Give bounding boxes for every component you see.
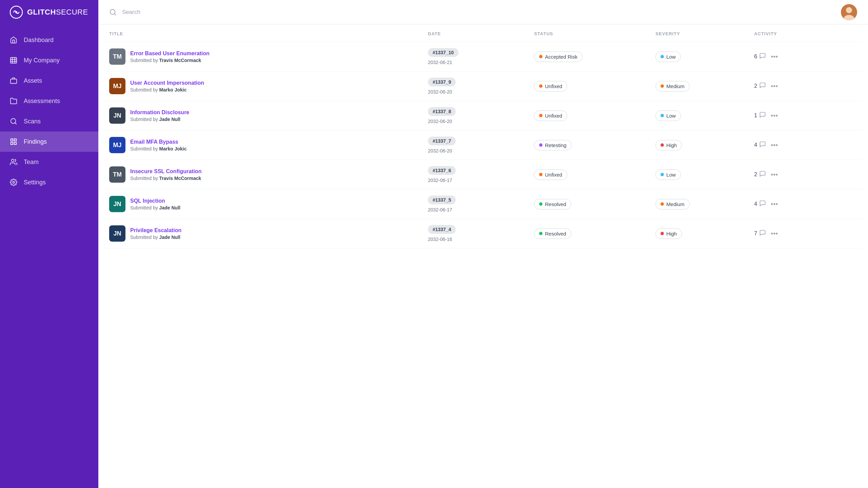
finding-date-cell: #1337_5 2032-06-17	[422, 189, 529, 219]
comment-icon	[759, 170, 766, 179]
finding-activity-cell: 4 •••	[749, 189, 863, 219]
avatar-placeholder: TM	[109, 166, 125, 183]
finding-date-cell: #1337_9 2032-06-20	[422, 72, 529, 101]
sidebar-item-team[interactable]: Team	[0, 152, 98, 172]
sidebar-item-assets[interactable]: Assets	[0, 70, 98, 91]
more-options-button[interactable]: •••	[768, 228, 781, 239]
svg-point-1	[15, 11, 17, 13]
date-value: 2032-06-16	[428, 237, 523, 242]
finding-title[interactable]: User Account Impersonation	[130, 80, 204, 86]
activity-count: 1	[754, 113, 757, 119]
sidebar-item-my-company[interactable]: My Company	[0, 50, 98, 70]
finding-row-inner: TM Insecure SSL Configuration Submitted …	[109, 166, 417, 183]
finding-title[interactable]: Privilege Escalation	[130, 227, 181, 233]
finding-info: Information Disclosure Submitted by Jade…	[130, 109, 189, 122]
ticket-badge[interactable]: #1337_8	[428, 107, 456, 116]
col-header-activity: ACTIVITY	[749, 24, 863, 42]
ellipsis-icon: •••	[771, 112, 778, 120]
finding-submitter: Submitted by Marko Jokic	[130, 146, 187, 151]
ticket-badge[interactable]: #1337_9	[428, 78, 456, 86]
activity-cell: 4 •••	[754, 140, 857, 150]
home-icon	[9, 36, 18, 44]
finding-status-cell: Retesting	[529, 130, 650, 160]
avatar-placeholder: MJ	[109, 137, 125, 153]
severity-label: Medium	[666, 83, 684, 89]
findings-table-body: TM Error Based User Enumeration Submitte…	[104, 42, 863, 248]
table-row: JN SQL Injection Submitted by Jade Null …	[104, 189, 863, 219]
svg-rect-13	[14, 142, 16, 144]
sidebar-item-findings[interactable]: Findings	[0, 131, 98, 152]
svg-rect-10	[11, 139, 13, 141]
finding-row-inner: MJ User Account Impersonation Submitted …	[109, 78, 417, 94]
avatar-placeholder: MJ	[109, 78, 125, 94]
briefcase-icon	[9, 77, 18, 85]
avatar-placeholder: JN	[109, 225, 125, 242]
status-badge: Accepted Risk	[534, 52, 583, 62]
finding-severity-cell: Low	[650, 160, 749, 189]
severity-badge: Medium	[655, 199, 689, 209]
svg-rect-2	[11, 58, 17, 63]
table-row: JN Information Disclosure Submitted by J…	[104, 101, 863, 130]
finding-submitter: Submitted by Jade Null	[130, 235, 181, 240]
date-value: 2032-06-20	[428, 119, 523, 124]
user-avatar[interactable]	[841, 4, 857, 20]
ticket-badge[interactable]: #1337_6	[428, 166, 456, 175]
sidebar-item-dashboard[interactable]: Dashboard	[0, 30, 98, 50]
more-options-button[interactable]: •••	[768, 169, 781, 180]
severity-label: Low	[666, 172, 676, 178]
severity-label: Low	[666, 54, 676, 60]
more-options-button[interactable]: •••	[768, 110, 781, 121]
finding-title[interactable]: Information Disclosure	[130, 109, 189, 116]
finding-status-cell: Resolved	[529, 219, 650, 248]
status-label: Retesting	[545, 142, 566, 148]
avatar-placeholder: JN	[109, 196, 125, 212]
ticket-badge[interactable]: #1337_10	[428, 48, 458, 57]
sidebar-item-scans[interactable]: Scans	[0, 111, 98, 131]
activity-count: 4	[754, 142, 757, 148]
finding-severity-cell: Medium	[650, 72, 749, 101]
status-badge: Retesting	[534, 140, 571, 150]
status-label: Unfixed	[545, 83, 562, 89]
finding-date-cell: #1337_7 2032-06-20	[422, 130, 529, 160]
ellipsis-icon: •••	[771, 171, 778, 179]
finding-avatar: JN	[109, 196, 125, 212]
sidebar-item-assessments[interactable]: Assessments	[0, 91, 98, 111]
sidebar-item-settings[interactable]: Settings	[0, 172, 98, 192]
ticket-badge[interactable]: #1337_4	[428, 225, 456, 234]
severity-badge: Low	[655, 169, 681, 180]
findings-content: TITLE DATE STATUS SEVERITY ACTIVITY TM E…	[98, 24, 868, 488]
sidebar-item-label: Assessments	[24, 98, 60, 105]
finding-severity-cell: High	[650, 130, 749, 160]
ellipsis-icon: •••	[771, 141, 778, 149]
ticket-badge[interactable]: #1337_5	[428, 196, 456, 204]
severity-dot	[660, 114, 664, 117]
ticket-badge[interactable]: #1337_7	[428, 137, 456, 145]
date-value: 2032-06-17	[428, 178, 523, 183]
finding-submitter: Submitted by Marko Jokic	[130, 87, 204, 93]
more-options-button[interactable]: •••	[768, 140, 781, 150]
search-input[interactable]	[122, 9, 476, 16]
severity-badge: High	[655, 140, 682, 150]
severity-badge: Low	[655, 110, 681, 121]
logo-icon	[9, 5, 23, 19]
severity-label: Medium	[666, 201, 684, 207]
activity-cell: 1 •••	[754, 110, 857, 121]
finding-title[interactable]: Error Based User Enumeration	[130, 50, 210, 57]
scan-search-icon	[9, 117, 18, 125]
severity-badge: High	[655, 228, 682, 239]
logo: GLITCHSECURE	[0, 0, 98, 24]
finding-title[interactable]: Email MFA Bypass	[130, 139, 187, 145]
finding-title[interactable]: Insecure SSL Configuration	[130, 168, 201, 175]
search-icon	[109, 8, 117, 16]
finding-status-cell: Unfixed	[529, 101, 650, 130]
more-options-button[interactable]: •••	[768, 52, 781, 62]
more-options-button[interactable]: •••	[768, 81, 781, 92]
finding-info: SQL Injection Submitted by Jade Null	[130, 198, 180, 210]
finding-severity-cell: High	[650, 219, 749, 248]
finding-title[interactable]: SQL Injection	[130, 198, 180, 204]
more-options-button[interactable]: •••	[768, 199, 781, 209]
severity-label: High	[666, 231, 677, 237]
status-label: Unfixed	[545, 113, 562, 119]
finding-date-cell: #1337_8 2032-06-20	[422, 101, 529, 130]
col-header-severity: SEVERITY	[650, 24, 749, 42]
